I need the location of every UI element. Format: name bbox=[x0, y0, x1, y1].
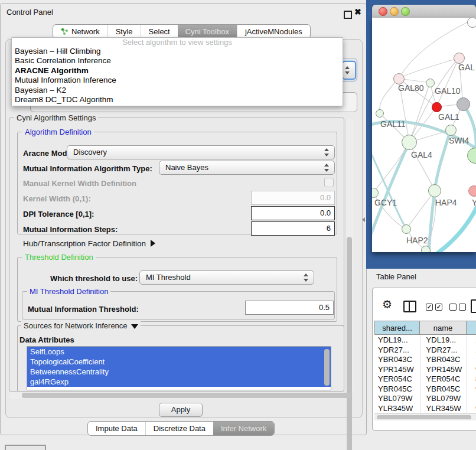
node-label: GAL4 bbox=[411, 150, 432, 159]
dropdown-item[interactable]: ARACNE Algorithm bbox=[12, 66, 343, 76]
close-traffic-light[interactable] bbox=[379, 7, 387, 16]
network-view-canvas[interactable]: GALGAL80GAL10GAL1GAL11SWI4GAL4GCY1HAP4YH… bbox=[372, 18, 476, 252]
table-body: YDL19...YDL19...13 YDR27...YDR27...12 YB… bbox=[374, 335, 476, 413]
settings-horizontal-scrollbar[interactable] bbox=[10, 392, 344, 399]
mi-threshold-label: Mutual Information Threshold: bbox=[28, 305, 139, 314]
threshold-definition-legend: Threshold Definition bbox=[22, 253, 96, 262]
network-node[interactable] bbox=[432, 102, 442, 112]
table-row[interactable]: YDL19...YDL19...13 bbox=[374, 335, 476, 345]
mi-steps-input[interactable]: 6 bbox=[251, 221, 335, 236]
node-label: GAL11 bbox=[380, 119, 406, 129]
table-horizontal-scrollbar[interactable] bbox=[374, 413, 476, 420]
table-row[interactable]: YLR345WYLR345W9. bbox=[374, 404, 476, 413]
table-row[interactable]: YBR043CYBR043C bbox=[374, 355, 476, 365]
hub-tf-definition-toggle[interactable]: Hub/Transcription Factor Definition bbox=[23, 239, 155, 248]
node-label: GAL10 bbox=[435, 86, 461, 96]
table-row[interactable]: YER054CYER054C8. bbox=[374, 374, 476, 384]
table-row[interactable]: YBR045CYBR045C9. bbox=[374, 384, 476, 394]
column-header-partial[interactable] bbox=[466, 321, 476, 335]
tab-select[interactable]: Select bbox=[141, 25, 178, 38]
stepper-icon bbox=[324, 148, 330, 156]
which-threshold-combobox[interactable]: MI Threshold bbox=[139, 270, 314, 285]
checked-checkbox-icon[interactable]: ✓ bbox=[435, 304, 442, 311]
dropdown-item[interactable]: Basic Correlation Inference bbox=[12, 56, 343, 66]
node-label: Y bbox=[472, 198, 476, 207]
manual-kernel-width-checkbox bbox=[324, 178, 334, 187]
attribute-list-item[interactable]: gal4RGexp bbox=[27, 377, 331, 387]
node-label: GAL bbox=[458, 63, 475, 72]
document-icon[interactable] bbox=[471, 299, 476, 313]
apply-button[interactable]: Apply bbox=[159, 403, 203, 417]
node-label: SWI4 bbox=[449, 136, 469, 145]
panel-splitter-arrow[interactable] bbox=[362, 217, 365, 222]
dropdown-item[interactable]: Dream8 DC_TDC Algorithm bbox=[12, 95, 343, 105]
scrollbar-thumb[interactable] bbox=[377, 415, 471, 419]
network-node[interactable] bbox=[457, 97, 470, 111]
dropdown-item[interactable]: Bayesian – Hill Climbing bbox=[12, 47, 343, 56]
network-node[interactable] bbox=[421, 246, 431, 252]
kernel-width-label: Kernel Width (0,1): bbox=[23, 194, 91, 203]
tab-infer-network[interactable]: Infer Network bbox=[213, 422, 274, 435]
columns-icon[interactable] bbox=[403, 301, 416, 312]
network-node[interactable] bbox=[426, 79, 435, 87]
dropdown-item-list: Bayesian – Hill Climbing Basic Correlati… bbox=[12, 47, 343, 105]
network-node[interactable] bbox=[445, 125, 457, 136]
algorithm-dropdown-popup: Select algorithm to view settings Bayesi… bbox=[11, 37, 343, 106]
network-icon bbox=[61, 28, 69, 35]
unchecked-checkbox-icon[interactable] bbox=[459, 304, 466, 311]
attribute-list-item[interactable]: SelfLoops bbox=[27, 347, 331, 357]
float-window-icon[interactable] bbox=[344, 11, 352, 19]
tab-network[interactable]: Network bbox=[53, 25, 107, 38]
mi-algorithm-type-label: Mutual Information Algorithm Type: bbox=[23, 164, 152, 173]
node-label: GCY1 bbox=[374, 198, 397, 207]
dpi-tolerance-label: DPI Tolerance [0,1]: bbox=[23, 210, 94, 219]
stepper-icon bbox=[304, 273, 309, 282]
network-node[interactable] bbox=[468, 185, 476, 197]
tab-style[interactable]: Style bbox=[107, 25, 141, 38]
network-window-titlebar[interactable] bbox=[372, 5, 476, 18]
mi-algorithm-type-combobox[interactable]: Naive Bayes bbox=[159, 161, 335, 175]
stepper-icon bbox=[324, 164, 330, 172]
table-panel-title: Table Panel bbox=[376, 272, 416, 281]
mi-threshold-input[interactable]: 0.5 bbox=[245, 301, 334, 315]
minimize-traffic-light[interactable] bbox=[390, 7, 399, 16]
column-divider bbox=[467, 335, 467, 413]
attribute-list-item[interactable]: BetweennessCentrality bbox=[27, 367, 331, 377]
column-header-shared-name[interactable]: shared... bbox=[374, 321, 420, 335]
manual-kernel-width-label: Manual Kernel Width Definition bbox=[23, 179, 136, 188]
network-node[interactable] bbox=[402, 135, 417, 150]
gear-icon[interactable]: ⚙ bbox=[382, 298, 392, 311]
network-node[interactable] bbox=[428, 184, 441, 197]
table-row[interactable]: YDR27...YDR27...12 bbox=[374, 345, 476, 356]
mi-threshold-legend: MI Threshold Definition bbox=[27, 287, 110, 296]
dpi-tolerance-input[interactable]: 0.0 bbox=[251, 206, 335, 220]
settings-vertical-scrollbar[interactable] bbox=[345, 119, 354, 391]
close-icon[interactable]: ✖ bbox=[354, 7, 361, 17]
tab-cyni-toolbox[interactable]: Cyni Toolbox bbox=[178, 25, 237, 38]
table-row[interactable]: YPR145WYPR145W9. bbox=[374, 365, 476, 375]
checked-checkbox-icon[interactable]: ✓ bbox=[426, 304, 433, 311]
zoom-traffic-light[interactable] bbox=[401, 7, 410, 16]
node-label: GAL80 bbox=[398, 83, 424, 93]
sources-legend[interactable]: Sources for Network Inference bbox=[21, 321, 141, 330]
attribute-list-item[interactable]: TopologicalCoefficient bbox=[27, 357, 331, 367]
list-scrollbar[interactable] bbox=[324, 349, 330, 386]
tab-jactivemnodules[interactable]: jActiveMNodules bbox=[237, 25, 310, 38]
tab-discretize-data[interactable]: Discretize Data bbox=[145, 422, 213, 435]
node-label: HAP2 bbox=[406, 236, 428, 245]
tab-impute-data[interactable]: Impute Data bbox=[88, 422, 145, 435]
aracne-mode-combobox[interactable]: Discovery bbox=[67, 145, 335, 159]
network-node[interactable] bbox=[402, 224, 411, 234]
network-node[interactable] bbox=[376, 109, 384, 118]
column-header-name[interactable]: name bbox=[419, 321, 467, 335]
combobox-stepper-focused[interactable] bbox=[342, 61, 356, 80]
scrollbar-thumb[interactable] bbox=[347, 237, 352, 450]
network-node[interactable] bbox=[467, 18, 476, 28]
dropdown-item[interactable]: Mutual Information Inference bbox=[12, 76, 343, 85]
screen: Control Panel ✖ Network Style Select Cyn… bbox=[0, 0, 476, 450]
unchecked-checkbox-icon[interactable] bbox=[449, 304, 457, 311]
node-label: GAL1 bbox=[438, 112, 459, 122]
scrollbar-thumb[interactable] bbox=[22, 393, 351, 398]
table-row[interactable]: YBL079WYBL079W bbox=[374, 394, 476, 404]
dropdown-item[interactable]: Bayesian – K2 bbox=[12, 86, 343, 95]
